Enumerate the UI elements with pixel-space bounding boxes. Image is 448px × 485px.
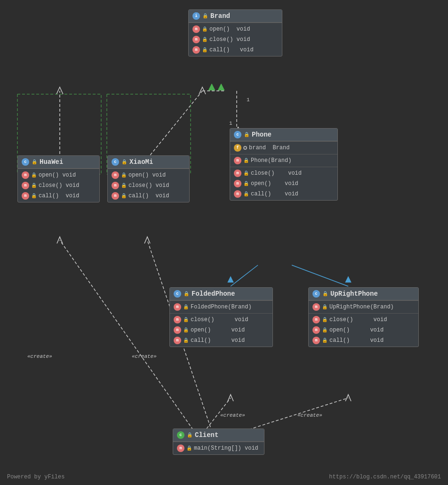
uprightphone-constructor-section: m 🔒 UpRightPhone(Brand) bbox=[309, 300, 418, 313]
phone-methods: m 🔒 close() void m 🔒 open() void m 🔒 cal… bbox=[230, 167, 337, 200]
xiaomi-methods: m 🔒 open() void m 🔒 close() void m 🔒 cal… bbox=[108, 169, 189, 202]
brand-lock: 🔒 bbox=[202, 13, 208, 19]
svg-line-10 bbox=[292, 265, 348, 286]
svg-text:1: 1 bbox=[229, 121, 232, 126]
phone-header: c 🔒 Phone bbox=[230, 129, 337, 141]
phone-class: c 🔒 Phone f brand Brand m 🔒 Phone(Brand)… bbox=[230, 128, 338, 201]
huawei-header: c 🔒 HuaWei bbox=[18, 156, 99, 169]
huawei-class: c 🔒 HuaWei m 🔒 open() void m 🔒 close() v… bbox=[17, 155, 100, 202]
uprightphone-header: c 🔒 UpRightPhone bbox=[309, 288, 418, 300]
client-header: c 🔒 Client bbox=[173, 429, 264, 442]
brand-header: i 🔒 Brand bbox=[189, 10, 282, 23]
svg-text:«create»: «create» bbox=[297, 412, 322, 418]
client-methods: m 🔒 main(String[]) void bbox=[173, 442, 264, 454]
xiaomi-class: c 🔒 XiaoMi m 🔒 open() void m 🔒 close() v… bbox=[107, 155, 190, 202]
brand-methods: m 🔒 open() void m 🔒 close() void m 🔒 cal… bbox=[189, 23, 282, 56]
svg-line-9 bbox=[231, 265, 258, 286]
uprightphone-methods: m 🔒 close() void m 🔒 open() void m 🔒 cal… bbox=[309, 313, 418, 347]
foldedphone-header: c 🔒 FoldedPhone bbox=[170, 288, 272, 300]
svg-text:1: 1 bbox=[247, 97, 250, 103]
foldedphone-name: FoldedPhone bbox=[192, 290, 235, 298]
client-name: Client bbox=[195, 431, 218, 439]
brand-method-open: m 🔒 open() void bbox=[189, 24, 282, 34]
svg-text:«create»: «create» bbox=[132, 354, 157, 359]
brand-method-close: m 🔒 close() void bbox=[189, 34, 282, 45]
phone-constructor-section: m 🔒 Phone(Brand) bbox=[230, 154, 337, 167]
svg-line-1 bbox=[147, 91, 202, 159]
footer-left: Powered by yFiles bbox=[7, 474, 64, 480]
brand-badge: i bbox=[192, 12, 200, 20]
phone-name: Phone bbox=[252, 131, 272, 138]
uprightphone-name: UpRightPhone bbox=[330, 290, 378, 298]
xiaomi-name: XiaoMi bbox=[129, 158, 153, 166]
brand-name: Brand bbox=[210, 12, 230, 20]
huawei-methods: m 🔒 open() void m 🔒 close() void m 🔒 cal… bbox=[18, 169, 99, 202]
diagram: 1 1 «create» «create» «create» «create» … bbox=[0, 0, 448, 485]
client-class: c 🔒 Client m 🔒 main(String[]) void bbox=[173, 428, 264, 455]
arrows-layer: 1 1 «create» «create» «create» «create» bbox=[0, 0, 448, 485]
svg-text:«create»: «create» bbox=[220, 412, 245, 418]
svg-line-12 bbox=[240, 398, 348, 432]
svg-text:«create»: «create» bbox=[27, 354, 52, 359]
huawei-name: HuaWei bbox=[40, 158, 63, 166]
foldedphone-class: c 🔒 FoldedPhone m 🔒 FoldedPhone(Brand) m… bbox=[169, 287, 273, 347]
phone-fields: f brand Brand bbox=[230, 141, 337, 154]
footer-right: https://blog.csdn.net/qq_43917601 bbox=[329, 474, 441, 480]
xiaomi-header: c 🔒 XiaoMi bbox=[108, 156, 189, 169]
foldedphone-methods: m 🔒 close() void m 🔒 open() void m 🔒 cal… bbox=[170, 313, 272, 347]
brand-method-call: m 🔒 call() void bbox=[189, 45, 282, 55]
svg-line-11 bbox=[204, 398, 231, 432]
uprightphone-class: c 🔒 UpRightPhone m 🔒 UpRightPhone(Brand)… bbox=[308, 287, 419, 347]
foldedphone-constructor-section: m 🔒 FoldedPhone(Brand) bbox=[170, 300, 272, 313]
brand-class: i 🔒 Brand m 🔒 open() void m 🔒 close() vo… bbox=[188, 9, 282, 57]
